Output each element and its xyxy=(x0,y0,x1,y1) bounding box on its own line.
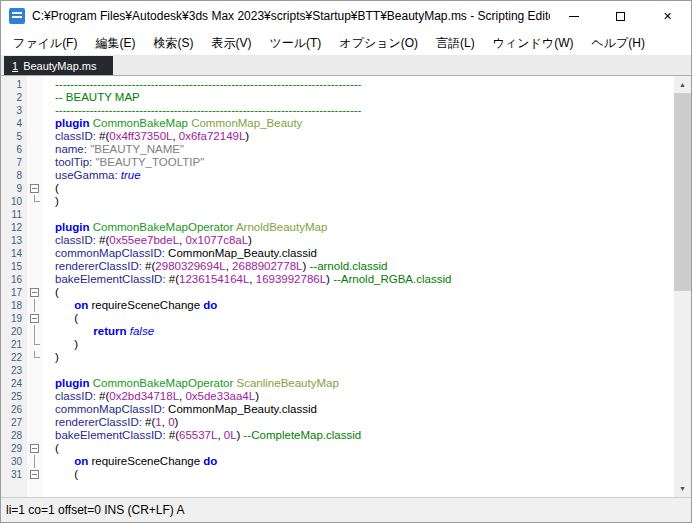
code-line[interactable]: 7toolTip: "BEAUTY_TOOLTIP" xyxy=(1,156,674,169)
code-text: -- BEAUTY MAP xyxy=(43,91,674,104)
line-number: 4 xyxy=(1,117,27,130)
maximize-icon xyxy=(616,12,625,21)
fold-toggle-icon[interactable] xyxy=(30,470,39,479)
code-line[interactable]: 4plugin CommonBakeMap CommonMap_Beauty xyxy=(1,117,674,130)
code-line[interactable]: 6name: "BEAUTY_NAME" xyxy=(1,143,674,156)
code-text: toolTip: "BEAUTY_TOOLTIP" xyxy=(43,156,674,169)
menu-item-9[interactable]: ヘルプ(H) xyxy=(582,32,654,55)
scroll-down-button[interactable]: ▼ xyxy=(674,480,691,497)
minimize-button[interactable] xyxy=(550,1,597,31)
fold-marker[interactable] xyxy=(27,286,43,299)
close-icon: ✕ xyxy=(663,11,672,22)
code-line[interactable]: 1---------------------------------------… xyxy=(1,78,674,91)
code-text xyxy=(43,364,674,377)
fold-toggle-icon[interactable] xyxy=(30,184,39,193)
code-line[interactable]: 23 xyxy=(1,364,674,377)
status-bar: li=1 co=1 offset=0 INS (CR+LF) A xyxy=(1,497,691,522)
fold-margin xyxy=(27,130,43,143)
code-line[interactable]: 14commonMapClassID: CommonMap_Beauty.cla… xyxy=(1,247,674,260)
code-line[interactable]: 31 ( xyxy=(1,468,674,481)
code-lines: 1---------------------------------------… xyxy=(1,78,674,481)
code-line[interactable]: 25classID: #(0x2bd34718L, 0x5de33aa4L) xyxy=(1,390,674,403)
menu-item-1[interactable]: ファイル(F) xyxy=(4,32,86,55)
line-number: 3 xyxy=(1,104,27,117)
scrollbar-track[interactable] xyxy=(674,93,691,480)
fold-marker xyxy=(27,325,43,338)
code-line[interactable]: 11 xyxy=(1,208,674,221)
line-number: 20 xyxy=(1,325,27,338)
line-number: 16 xyxy=(1,273,27,286)
code-line[interactable]: 12plugin CommonBakeMapOperator ArnoldBea… xyxy=(1,221,674,234)
fold-marker xyxy=(27,299,43,312)
menu-item-4[interactable]: 表示(V) xyxy=(202,32,260,55)
menu-item-8[interactable]: ウィンドウ(W) xyxy=(484,32,583,55)
code-line[interactable]: 5classID: #(0x4ff37350L, 0x6fa72149L) xyxy=(1,130,674,143)
code-line[interactable]: 26commonMapClassID: CommonMap_Beauty.cla… xyxy=(1,403,674,416)
line-number: 17 xyxy=(1,286,27,299)
code-line[interactable]: 20 return false xyxy=(1,325,674,338)
scroll-up-button[interactable]: ▲ xyxy=(674,76,691,93)
code-text: classID: #(0x55ee7bdeL, 0x1077c8aL) xyxy=(43,234,674,247)
tab-bar: 1 BeautyMap.ms xyxy=(1,56,691,76)
menu-item-3[interactable]: 検索(S) xyxy=(144,32,202,55)
scrollbar-thumb[interactable] xyxy=(674,93,691,291)
fold-marker xyxy=(27,195,43,208)
fold-line-icon xyxy=(34,338,40,345)
code-text: on requireSceneChange do xyxy=(43,455,674,468)
fold-marker[interactable] xyxy=(27,442,43,455)
menu-bar: ファイル(F)編集(E)検索(S)表示(V)ツール(T)オプション(O)言語(L… xyxy=(1,31,691,56)
code-line[interactable]: 22) xyxy=(1,351,674,364)
code-text: plugin CommonBakeMap CommonMap_Beauty xyxy=(43,117,674,130)
code-line[interactable]: 21 ) xyxy=(1,338,674,351)
code-line[interactable]: 18 on requireSceneChange do xyxy=(1,299,674,312)
line-number: 1 xyxy=(1,78,27,91)
code-line[interactable]: 13classID: #(0x55ee7bdeL, 0x1077c8aL) xyxy=(1,234,674,247)
fold-toggle-icon[interactable] xyxy=(30,444,39,453)
code-line[interactable]: 10) xyxy=(1,195,674,208)
code-line[interactable]: 27rendererClassID: #(1, 0) xyxy=(1,416,674,429)
fold-margin xyxy=(27,104,43,117)
line-number: 22 xyxy=(1,351,27,364)
code-line[interactable]: 16bakeElementClassID: #(1236154164L, 169… xyxy=(1,273,674,286)
line-number: 21 xyxy=(1,338,27,351)
fold-toggle-icon[interactable] xyxy=(30,288,39,297)
code-line[interactable]: 8useGamma: true xyxy=(1,169,674,182)
line-number: 18 xyxy=(1,299,27,312)
code-line[interactable]: 3---------------------------------------… xyxy=(1,104,674,117)
tab-beautymap[interactable]: 1 BeautyMap.ms xyxy=(4,56,113,75)
line-number: 23 xyxy=(1,364,27,377)
code-text: plugin CommonBakeMapOperator ScanlineBea… xyxy=(43,377,674,390)
fold-toggle-icon[interactable] xyxy=(30,314,39,323)
fold-line-icon xyxy=(34,299,35,312)
code-text xyxy=(43,208,674,221)
code-editor[interactable]: 1---------------------------------------… xyxy=(1,76,691,497)
line-number: 26 xyxy=(1,403,27,416)
code-line[interactable]: 15rendererClassID: #(2980329694L, 268890… xyxy=(1,260,674,273)
menu-item-2[interactable]: 編集(E) xyxy=(86,32,144,55)
vertical-scrollbar[interactable]: ▲ ▼ xyxy=(674,76,691,497)
maximize-button[interactable] xyxy=(597,1,644,31)
title-bar: C:¥Program Files¥Autodesk¥3ds Max 2023¥s… xyxy=(1,1,691,31)
fold-marker[interactable] xyxy=(27,312,43,325)
code-line[interactable]: 19 ( xyxy=(1,312,674,325)
menu-item-5[interactable]: ツール(T) xyxy=(260,32,330,55)
code-line[interactable]: 29( xyxy=(1,442,674,455)
scripting-editor-window: C:¥Program Files¥Autodesk¥3ds Max 2023¥s… xyxy=(0,0,692,523)
fold-marker[interactable] xyxy=(27,468,43,481)
code-line[interactable]: 30 on requireSceneChange do xyxy=(1,455,674,468)
line-number: 6 xyxy=(1,143,27,156)
code-line[interactable]: 17( xyxy=(1,286,674,299)
fold-margin xyxy=(27,247,43,260)
window-title: C:¥Program Files¥Autodesk¥3ds Max 2023¥s… xyxy=(32,9,550,23)
code-line[interactable]: 28bakeElementClassID: #(65537L, 0L) --Co… xyxy=(1,429,674,442)
code-text: ) xyxy=(43,195,674,208)
code-text: ) xyxy=(43,351,674,364)
code-line[interactable]: 9( xyxy=(1,182,674,195)
code-line[interactable]: 2-- BEAUTY MAP xyxy=(1,91,674,104)
menu-item-7[interactable]: 言語(L) xyxy=(427,32,484,55)
fold-marker xyxy=(27,351,43,364)
menu-item-6[interactable]: オプション(O) xyxy=(330,32,427,55)
code-line[interactable]: 24plugin CommonBakeMapOperator ScanlineB… xyxy=(1,377,674,390)
fold-marker[interactable] xyxy=(27,182,43,195)
close-button[interactable]: ✕ xyxy=(644,1,691,31)
